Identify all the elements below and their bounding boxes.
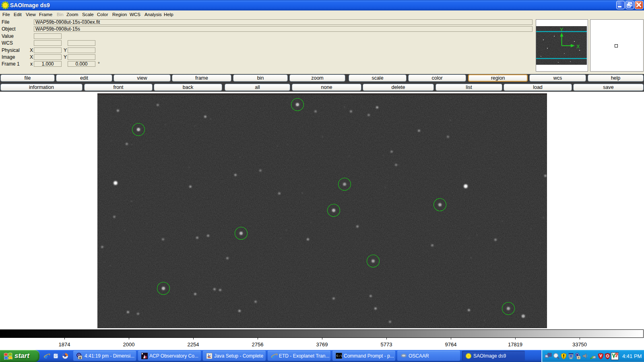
svg-text:C:\: C:\ (336, 354, 342, 358)
svg-text:X: X (576, 43, 580, 49)
svg-text:Y: Y (560, 27, 564, 33)
